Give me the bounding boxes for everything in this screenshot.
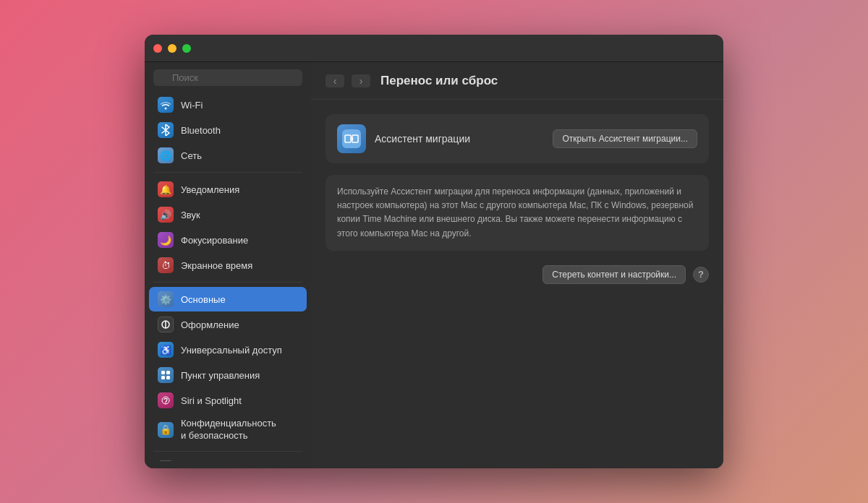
sidebar-item-privacy[interactable]: 🔒 Конфиденциальность и безопасность bbox=[149, 413, 307, 447]
erase-button[interactable]: Стереть контент и настройки... bbox=[542, 265, 686, 284]
focus-icon: 🌙 bbox=[158, 232, 174, 248]
wifi-icon bbox=[158, 97, 174, 113]
migration-assistant-icon bbox=[337, 124, 366, 153]
sidebar: 🔍 Wi-Fi bbox=[145, 62, 311, 468]
sidebar-item-siri-label: Siri и Spotlight bbox=[181, 395, 242, 406]
sidebar-item-general-label: Основные bbox=[181, 294, 226, 305]
sidebar-item-controlcenter-label: Пункт управления bbox=[181, 370, 260, 381]
open-migration-button[interactable]: Открыть Ассистент миграции... bbox=[553, 129, 697, 148]
appearance-icon bbox=[158, 317, 174, 332]
sidebar-item-screentime[interactable]: ⏱ Экранное время bbox=[149, 253, 307, 278]
controlcenter-icon bbox=[158, 367, 174, 383]
svg-point-6 bbox=[165, 403, 166, 403]
help-button[interactable]: ? bbox=[693, 267, 709, 283]
sidebar-item-sound[interactable]: 🔊 Звук bbox=[149, 202, 307, 227]
titlebar bbox=[145, 35, 723, 62]
sidebar-divider bbox=[153, 172, 302, 173]
sidebar-item-notifications-label: Уведомления bbox=[181, 184, 239, 195]
siri-icon bbox=[158, 392, 174, 408]
settings-window: 🔍 Wi-Fi bbox=[145, 35, 723, 468]
sidebar-item-accessibility[interactable]: ♿ Универсальный доступ bbox=[149, 338, 307, 362]
search-wrapper: 🔍 bbox=[153, 69, 302, 86]
main-header: ‹ › Перенос или сброс bbox=[311, 62, 723, 100]
sidebar-item-bluetooth-label: Bluetooth bbox=[181, 125, 221, 136]
migration-card: Ассистент миграции Открыть Ассистент миг… bbox=[326, 114, 709, 163]
sidebar-item-desktop[interactable]: Рабочий стол и Dock bbox=[149, 456, 307, 461]
forward-arrow-icon: › bbox=[359, 75, 363, 87]
main-body: Ассистент миграции Открыть Ассистент миг… bbox=[311, 100, 723, 468]
sidebar-item-network[interactable]: 🌐 Сеть bbox=[149, 143, 307, 168]
close-button[interactable] bbox=[153, 44, 162, 53]
sidebar-item-screentime-label: Экранное время bbox=[181, 260, 252, 271]
sidebar-item-accessibility-label: Универсальный доступ bbox=[181, 345, 282, 356]
description-text: Используйте Ассистент миграции для перен… bbox=[326, 175, 709, 251]
sidebar-item-appearance-label: Оформление bbox=[181, 319, 239, 330]
sidebar-item-wifi[interactable]: Wi-Fi bbox=[149, 93, 307, 117]
erase-row: Стереть контент и настройки... ? bbox=[326, 262, 709, 287]
migration-assistant-label: Ассистент миграции bbox=[375, 133, 544, 145]
sidebar-item-controlcenter[interactable]: Пункт управления bbox=[149, 363, 307, 387]
traffic-lights bbox=[153, 44, 191, 53]
minimize-button[interactable] bbox=[168, 44, 176, 53]
svg-rect-1 bbox=[161, 371, 165, 374]
sidebar-divider-3 bbox=[153, 451, 302, 452]
network-icon: 🌐 bbox=[158, 147, 174, 163]
forward-button[interactable]: › bbox=[352, 74, 370, 87]
migration-card-inner: Ассистент миграции Открыть Ассистент миг… bbox=[326, 114, 709, 163]
description-card: Используйте Ассистент миграции для перен… bbox=[326, 175, 709, 251]
accessibility-icon: ♿ bbox=[158, 342, 174, 358]
svg-rect-2 bbox=[166, 371, 170, 374]
sidebar-item-wifi-label: Wi-Fi bbox=[181, 100, 203, 111]
search-input[interactable] bbox=[153, 69, 302, 86]
sidebar-item-general[interactable]: ⚙️ Основные bbox=[149, 287, 307, 311]
desktop-icon bbox=[158, 460, 174, 461]
maximize-button[interactable] bbox=[182, 44, 191, 53]
sidebar-item-network-label: Сеть bbox=[181, 150, 202, 161]
window-content: 🔍 Wi-Fi bbox=[145, 62, 723, 468]
sidebar-item-notifications[interactable]: 🔔 Уведомления bbox=[149, 177, 307, 202]
svg-rect-4 bbox=[166, 376, 170, 379]
sidebar-item-privacy-label: Конфиденциальность и безопасность bbox=[181, 418, 276, 442]
main-content: ‹ › Перенос или сброс bbox=[311, 62, 723, 468]
sidebar-item-appearance[interactable]: Оформление bbox=[149, 312, 307, 337]
sidebar-item-sound-label: Звук bbox=[181, 210, 200, 220]
back-button[interactable]: ‹ bbox=[326, 74, 344, 87]
sound-icon: 🔊 bbox=[158, 207, 174, 223]
search-container: 🔍 bbox=[145, 62, 311, 92]
sidebar-items-top: Wi-Fi Bluetooth 🌐 Сеть bbox=[145, 92, 311, 461]
sidebar-item-focus[interactable]: 🌙 Фокусирование bbox=[149, 228, 307, 252]
privacy-icon: 🔒 bbox=[158, 422, 174, 438]
bluetooth-icon bbox=[158, 122, 174, 138]
general-icon: ⚙️ bbox=[158, 291, 174, 307]
back-arrow-icon: ‹ bbox=[333, 75, 337, 87]
sidebar-divider-2 bbox=[153, 282, 302, 283]
sidebar-item-siri[interactable]: Siri и Spotlight bbox=[149, 388, 307, 413]
page-title: Перенос или сброс bbox=[380, 74, 498, 88]
notifications-icon: 🔔 bbox=[158, 181, 174, 197]
sidebar-item-focus-label: Фокусирование bbox=[181, 235, 248, 246]
screentime-icon: ⏱ bbox=[158, 257, 174, 273]
svg-rect-3 bbox=[161, 376, 165, 379]
sidebar-item-bluetooth[interactable]: Bluetooth bbox=[149, 118, 307, 142]
